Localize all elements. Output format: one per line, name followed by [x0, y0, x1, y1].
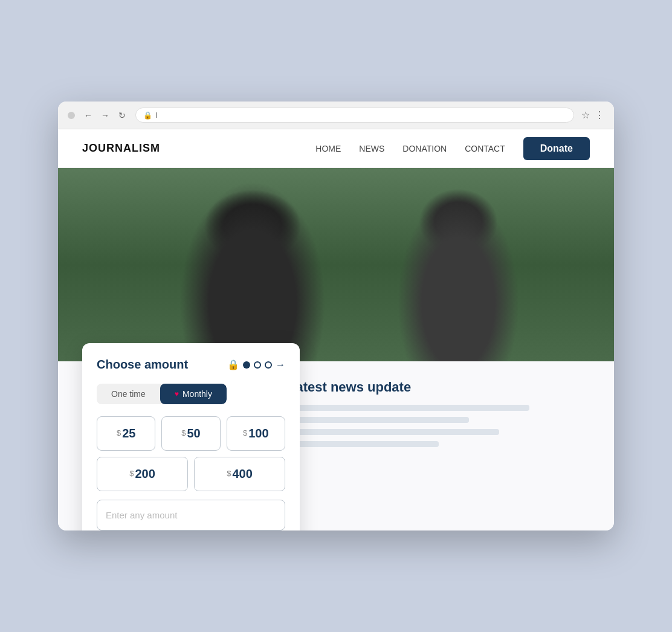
step-3-dot	[265, 361, 272, 369]
browser-chrome: ← → ↻ 🔒 l ☆ ⋮	[58, 102, 614, 129]
address-text: l	[156, 111, 158, 120]
back-button[interactable]: ←	[82, 109, 94, 121]
amount-100-button[interactable]: $ 100	[227, 416, 285, 451]
nav-links: HOME NEWS DONATION CONTACT Donate	[315, 137, 590, 160]
news-line-2	[288, 417, 469, 423]
currency-2: $	[181, 428, 186, 437]
amount-400-label: 400	[232, 467, 252, 481]
browser-window: ← → ↻ 🔒 l ☆ ⋮ JOURNALISM HOME NEWS DONAT…	[58, 102, 614, 530]
card-progress: 🔒 →	[227, 359, 285, 370]
currency-1: $	[117, 428, 121, 437]
site-navbar: JOURNALISM HOME NEWS DONATION CONTACT Do…	[58, 129, 614, 168]
card-header: Choose amount 🔒 →	[97, 358, 285, 372]
amount-50-button[interactable]: $ 50	[161, 416, 220, 451]
donation-card: Choose amount 🔒 → One time ♥ Monthly	[82, 343, 300, 530]
step-2-dot	[254, 361, 261, 369]
latest-news-title: Latest news update	[288, 379, 590, 395]
amount-400-button[interactable]: $ 400	[194, 457, 285, 491]
one-time-button[interactable]: One time	[97, 384, 160, 404]
forward-button[interactable]: →	[99, 109, 111, 121]
currency-4: $	[129, 469, 134, 478]
menu-icon[interactable]: ⋮	[595, 109, 604, 121]
news-line-3	[288, 429, 499, 435]
hero-figures	[58, 168, 614, 361]
monthly-label: Monthly	[183, 389, 212, 399]
browser-dot-1	[68, 112, 75, 119]
nav-contact[interactable]: CONTACT	[465, 144, 505, 153]
amount-grid: $ 25 $ 50 $ 100	[97, 416, 285, 451]
card-title: Choose amount	[97, 358, 188, 372]
content-area: Latest news update Choose amount 🔒 →	[58, 361, 614, 530]
lock-step-icon: 🔒	[227, 359, 239, 370]
nav-news[interactable]: NEWS	[359, 144, 384, 153]
amount-25-label: 25	[122, 427, 135, 440]
step-1-dot	[243, 361, 250, 369]
donate-nav-button[interactable]: Donate	[523, 137, 590, 160]
browser-right-icons: ☆ ⋮	[581, 109, 604, 121]
star-icon[interactable]: ☆	[581, 109, 590, 121]
amount-25-button[interactable]: $ 25	[97, 416, 155, 451]
amount-200-button[interactable]: $ 200	[97, 457, 188, 491]
amount-row-2: $ 200 $ 400	[97, 457, 285, 491]
hero-image	[58, 168, 614, 361]
news-line-4	[288, 441, 439, 447]
monthly-button[interactable]: ♥ Monthly	[160, 384, 227, 404]
step-arrow-icon: →	[276, 360, 285, 370]
amount-100-label: 100	[248, 427, 268, 440]
nav-donation[interactable]: DONATION	[402, 144, 447, 153]
browser-dots	[68, 112, 75, 119]
currency-3: $	[243, 428, 247, 437]
nav-home[interactable]: HOME	[315, 144, 341, 153]
site-logo: JOURNALISM	[82, 142, 160, 155]
currency-5: $	[227, 469, 231, 478]
news-line-1	[288, 405, 529, 411]
custom-amount-input[interactable]	[97, 500, 285, 530]
heart-icon: ♥	[175, 390, 179, 398]
amount-200-label: 200	[135, 467, 155, 481]
frequency-toggle: One time ♥ Monthly	[97, 384, 227, 404]
browser-nav-icons: ← → ↻	[82, 109, 128, 121]
refresh-button[interactable]: ↻	[116, 109, 128, 121]
address-bar[interactable]: 🔒 l	[135, 108, 574, 123]
lock-icon: 🔒	[143, 111, 152, 120]
amount-50-label: 50	[187, 427, 200, 440]
news-lines	[288, 405, 590, 447]
